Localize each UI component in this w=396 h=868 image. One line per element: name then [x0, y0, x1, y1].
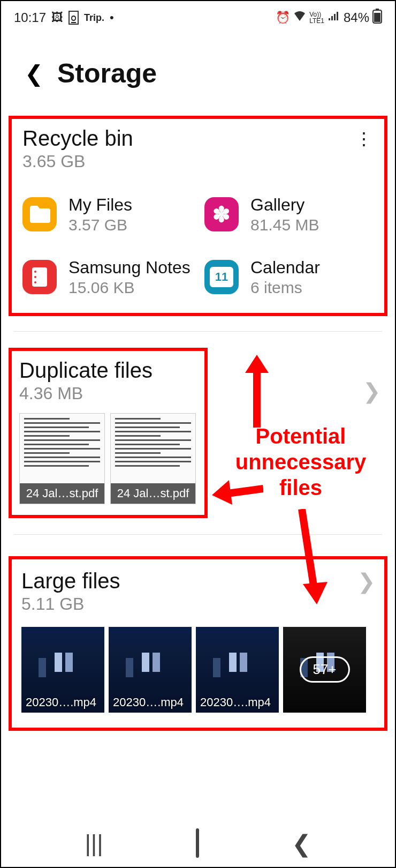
recycle-bin-title: Recycle bin — [22, 126, 133, 151]
notes-icon — [22, 260, 57, 294]
back-button[interactable]: ❮ — [292, 830, 311, 857]
dot-icon: • — [110, 11, 114, 25]
app-name: Gallery — [250, 195, 319, 215]
app-size: 81.45 MB — [250, 216, 319, 234]
header: ❮ Storage — [1, 31, 395, 110]
duplicate-title: Duplicate files — [19, 358, 197, 383]
app-size: 15.06 KB — [68, 279, 191, 297]
home-button[interactable] — [196, 830, 199, 857]
app-notif-icon: o̲ — [68, 11, 79, 25]
gallery-icon — [204, 197, 239, 231]
duplicate-file-thumb[interactable]: 24 Jal…st.pdf — [110, 413, 196, 504]
thumb-label: 20230….mp4 — [196, 692, 275, 713]
folder-icon — [22, 197, 57, 231]
app-size: 3.57 GB — [68, 216, 132, 234]
duplicate-file-thumb[interactable]: 24 Jal…st.pdf — [19, 413, 105, 504]
large-files-size: 5.11 GB — [21, 594, 120, 614]
calendar-icon: 11 — [204, 260, 239, 294]
image-icon: 🖼 — [51, 11, 63, 25]
trip-icon: Trip. — [84, 12, 104, 24]
status-bar: 10:17 🖼 o̲ Trip. • ⏰ Vo))LTE1 84% — [1, 4, 395, 31]
chevron-right-icon[interactable]: ❯ — [363, 379, 381, 403]
duplicate-files-section[interactable]: Duplicate files 4.36 MB 24 Jal…st.pdf — [9, 348, 208, 518]
thumb-label: 24 Jal…st.pdf — [20, 483, 104, 504]
recycle-app-myfiles[interactable]: My Files 3.57 GB — [22, 195, 194, 234]
annotation-text: Potential unnecessary files — [226, 423, 376, 500]
page-title: Storage — [57, 58, 157, 89]
annotation-arrow-down — [289, 509, 332, 605]
recycle-bin-size: 3.65 GB — [22, 152, 133, 171]
back-icon[interactable]: ❮ — [25, 61, 43, 87]
large-file-thumb[interactable]: 20230….mp4 — [21, 627, 104, 713]
nav-bar: ||| ❮ — [1, 820, 395, 867]
svg-point-4 — [34, 271, 36, 273]
large-file-thumb-more[interactable]: 57+ — [283, 627, 366, 713]
recycle-app-samsung-notes[interactable]: Samsung Notes 15.06 KB — [22, 258, 194, 297]
app-name: My Files — [68, 195, 132, 215]
duplicate-size: 4.36 MB — [19, 384, 197, 403]
battery-icon — [372, 9, 382, 27]
large-file-thumb[interactable]: 20230….mp4 — [109, 627, 192, 713]
svg-point-5 — [34, 276, 36, 278]
battery-percentage: 84% — [344, 10, 369, 25]
chevron-right-icon[interactable]: ❯ — [357, 569, 376, 594]
app-name: Calendar — [250, 258, 320, 278]
wifi-icon — [293, 10, 306, 25]
volte-icon: Vo))LTE1 — [309, 11, 324, 24]
recycle-app-calendar[interactable]: 11 Calendar 6 items — [204, 258, 376, 297]
annotation-arrow-up — [241, 353, 273, 428]
app-size: 6 items — [250, 279, 320, 297]
thumb-label: 20230….mp4 — [109, 692, 188, 713]
recents-button[interactable]: ||| — [85, 830, 103, 857]
svg-point-6 — [34, 281, 36, 283]
large-files-title: Large files — [21, 569, 120, 593]
status-time: 10:17 — [14, 10, 46, 25]
signal-icon — [328, 11, 340, 25]
large-file-thumb[interactable]: 20230….mp4 — [196, 627, 279, 713]
recycle-bin-section[interactable]: Recycle bin 3.65 GB ⋮ My Files 3.57 GB G… — [9, 116, 387, 316]
thumb-label: 20230….mp4 — [21, 692, 101, 713]
app-name: Samsung Notes — [68, 258, 191, 278]
divider — [14, 331, 382, 332]
svg-rect-2 — [374, 13, 380, 22]
thumb-label: 24 Jal…st.pdf — [111, 483, 195, 504]
more-count-badge: 57+ — [299, 656, 349, 683]
more-icon[interactable]: ⋮ — [350, 126, 376, 151]
alarm-icon: ⏰ — [276, 11, 290, 25]
recycle-app-gallery[interactable]: Gallery 81.45 MB — [204, 195, 376, 234]
